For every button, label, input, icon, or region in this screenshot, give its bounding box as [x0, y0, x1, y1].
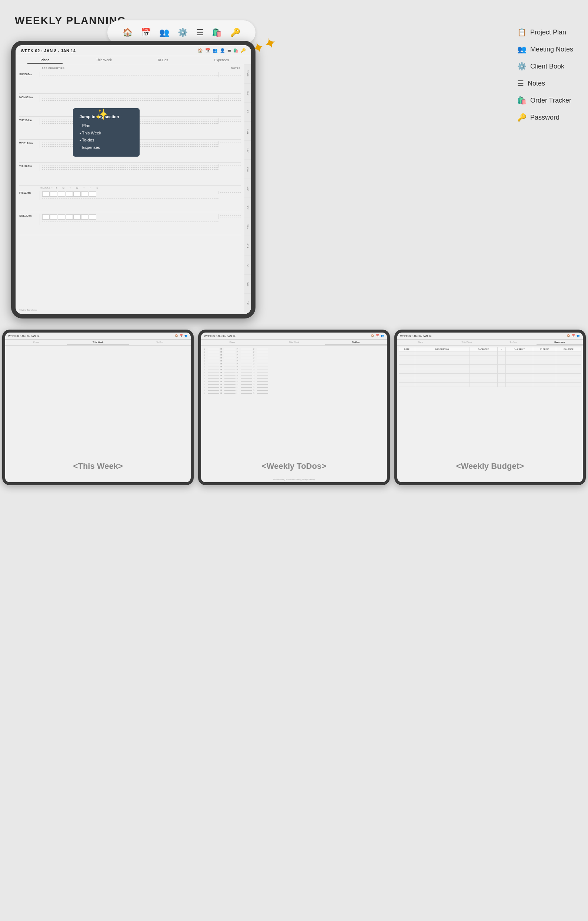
this-week-people-icon[interactable]: 👥	[184, 334, 188, 337]
weekly-todos-tab-todos[interactable]: To-Dos	[325, 340, 387, 344]
expenses-row-4	[399, 365, 581, 369]
day-row-thu: THU12Jan	[19, 163, 241, 186]
tracker-day-f: F	[90, 187, 91, 189]
sidebar-label-client-book: Client Book	[530, 63, 564, 70]
sidebar-item-meeting-notes[interactable]: 👥 Meeting Notes	[517, 45, 573, 54]
weekly-todos-tab-thisweek[interactable]: This Week	[263, 340, 325, 344]
weekly-budget-screen: WEEK 02 : JAN 8 - JAN 14 🏠 📅 👥 Plans Thi…	[397, 332, 583, 482]
col-category: CATEGORY	[469, 347, 497, 351]
tablet-people-icon[interactable]: 👥	[213, 48, 218, 53]
tablet-menu-icon[interactable]: ☰	[227, 48, 231, 53]
tablet-person-icon[interactable]: 👤	[220, 48, 225, 53]
col-check: ✓	[497, 347, 506, 351]
weekly-todos-home-icon[interactable]: 🏠	[371, 334, 374, 337]
index-item-mar[interactable]: MAR	[244, 122, 251, 141]
index-item-nov[interactable]: NOV	[244, 274, 251, 294]
index-item-aug[interactable]: AUG	[244, 217, 251, 236]
weekly-todos-cal-icon[interactable]: 📅	[376, 334, 379, 337]
top-priorities-label: TOP PRIORITIES	[40, 67, 218, 69]
weekly-budget-tab-plans[interactable]: Plans	[397, 340, 443, 344]
todo-line-12: L M H D	[204, 380, 383, 382]
main-tablet: WEEK 02 : JAN 8 - JAN 14 🏠 📅 👥 👤 ☰ 🛍️ 🔑 …	[11, 41, 255, 319]
calendar-icon[interactable]: 📅	[141, 28, 151, 37]
weekly-budget-card: WEEK 02 : JAN 8 - JAN 14 🏠 📅 👥 Plans Thi…	[394, 330, 586, 485]
tablet-header-icons: 🏠 📅 👥 👤 ☰ 🛍️ 🔑	[198, 48, 246, 53]
weekly-todos-tab-plans[interactable]: Plans	[201, 340, 263, 344]
sidebar-label-project-plan: Project Plan	[530, 29, 566, 36]
todo-line-5: L M H D	[204, 360, 383, 362]
weekly-todos-label: <Weekly ToDos>	[262, 461, 326, 471]
day-label-mon: MON09Jan	[19, 95, 40, 99]
bottom-cards-section: WEEK 02 : JAN 8 - JAN 14 🏠 📅 👥 Plans Thi…	[0, 326, 588, 489]
todo-line-9: L M H D	[204, 371, 383, 374]
weekly-budget-tab-thisweek[interactable]: This Week	[443, 340, 490, 344]
weekly-budget-home-icon[interactable]: 🏠	[567, 334, 570, 337]
tablet-calendar-icon[interactable]: 📅	[205, 48, 210, 53]
tablet-body: TOP PRIORITIES NOTES SUN08Jan	[16, 64, 251, 312]
index-item-jul[interactable]: JUL	[244, 198, 251, 217]
sidebar-item-client-book[interactable]: ⚙️ Client Book	[517, 62, 573, 71]
index-item-sep[interactable]: SEP	[244, 236, 251, 255]
tab-this-week[interactable]: This Week	[75, 56, 133, 64]
tab-expenses[interactable]: Expenses	[192, 56, 251, 64]
this-week-cal-icon[interactable]: 📅	[180, 334, 183, 337]
day-content-mon	[40, 95, 218, 102]
sidebar-label-password: Password	[530, 114, 559, 122]
expenses-table: DATE DESCRIPTION CATEGORY ✓ (+) CREDIT (…	[399, 347, 582, 387]
index-item-jun[interactable]: JUN	[244, 179, 251, 198]
tablet-key-icon[interactable]: 🔑	[241, 48, 246, 53]
tab-todos[interactable]: To-Dos	[133, 56, 192, 64]
todo-line-2: L M H D	[204, 351, 383, 353]
weekly-todos-people-icon[interactable]: 👥	[381, 334, 384, 337]
settings-icon[interactable]: ⚙️	[178, 28, 188, 37]
todo-lines: L M H D L M H D L M H D L	[201, 345, 387, 397]
project-plan-icon: 📋	[517, 28, 526, 37]
index-item-oct[interactable]: OCT	[244, 255, 251, 274]
this-week-header: WEEK 02 : JAN 8 - JAN 14 🏠 📅 👥	[5, 332, 191, 340]
this-week-tab-thisweek[interactable]: This Week	[67, 340, 129, 344]
todo-line-3: L M H D	[204, 354, 383, 356]
weekly-budget-tab-todos[interactable]: To-Dos	[490, 340, 536, 344]
client-book-icon: ⚙️	[517, 62, 526, 71]
tab-plans[interactable]: Plans	[16, 56, 75, 64]
tablet-bag-icon[interactable]: 🛍️	[233, 48, 239, 53]
expenses-row-6	[399, 374, 581, 378]
weekly-todos-tabs: Plans This Week To-Dos	[201, 340, 387, 345]
this-week-tab-todos[interactable]: To-Dos	[129, 340, 191, 344]
index-item-index[interactable]: INDEX	[244, 64, 251, 83]
key-icon[interactable]: 🔑	[230, 28, 240, 37]
this-week-tab-plans[interactable]: Plans	[5, 340, 67, 344]
weekly-budget-tab-expenses[interactable]: Expenses	[536, 340, 583, 344]
todo-line-11: L M H D	[204, 378, 383, 379]
todo-line-13: L M H D	[204, 383, 383, 386]
col-credit: (+) CREDIT	[506, 347, 533, 351]
weekly-budget-cal-icon[interactable]: 📅	[572, 334, 575, 337]
expenses-row-5	[399, 369, 581, 374]
index-item-apr[interactable]: APR	[244, 140, 251, 159]
home-icon[interactable]: 🏠	[123, 28, 133, 37]
menu-icon[interactable]: ☰	[196, 28, 204, 37]
index-item-jan[interactable]: JAN	[244, 83, 251, 103]
meeting-notes-icon: 👥	[517, 45, 526, 54]
this-week-home-icon[interactable]: 🏠	[175, 334, 178, 337]
sidebar-item-order-tracker[interactable]: 🛍️ Order Tracker	[517, 96, 573, 105]
sidebar-item-project-plan[interactable]: 📋 Project Plan	[517, 28, 573, 37]
weekly-budget-people-icon[interactable]: 👥	[577, 334, 580, 337]
weekly-budget-header: WEEK 02 : JAN 8 - JAN 14 🏠 📅 👥	[397, 332, 583, 340]
sparkle-icon: ✨	[95, 108, 108, 120]
bag-icon[interactable]: 🛍️	[212, 28, 222, 37]
sidebar-label-meeting-notes: Meeting Notes	[530, 46, 573, 53]
weekly-budget-title: WEEK 02 : JAN 8 - JAN 14	[400, 335, 431, 337]
sidebar-item-password[interactable]: 🔑 Password	[517, 113, 573, 122]
sidebar-item-notes[interactable]: ☰ Notes	[517, 79, 573, 88]
tablet-home-icon[interactable]: 🏠	[198, 48, 203, 53]
notes-label: NOTES	[218, 67, 241, 69]
this-week-screen: WEEK 02 : JAN 8 - JAN 14 🏠 📅 👥 Plans Thi…	[5, 332, 191, 482]
index-item-dec[interactable]: DEC	[244, 293, 251, 312]
expenses-row-8	[399, 382, 581, 387]
index-item-feb[interactable]: FEB	[244, 102, 251, 122]
day-content-thu	[40, 164, 218, 171]
todo-line-10: L M H D	[204, 374, 383, 377]
index-item-may[interactable]: MAY	[244, 159, 251, 179]
people-icon[interactable]: 👥	[159, 28, 169, 37]
